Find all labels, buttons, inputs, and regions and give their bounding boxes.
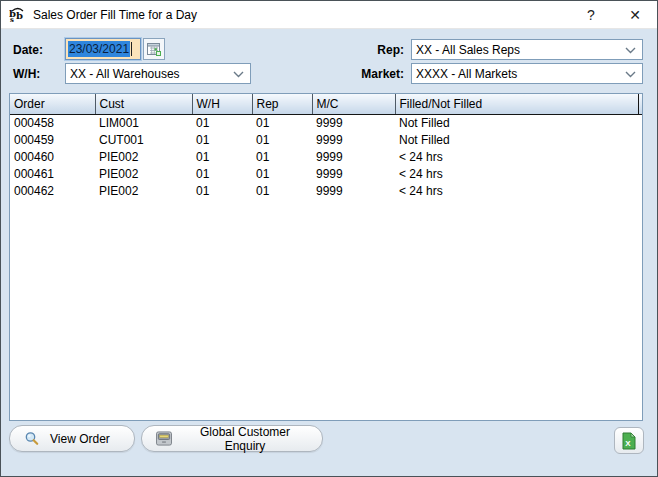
- help-button[interactable]: ?: [569, 1, 613, 29]
- order-cell: 01: [192, 131, 252, 148]
- svg-text:s: s: [10, 15, 14, 23]
- order-cell: 9999: [312, 165, 395, 182]
- rep-select[interactable]: XX - All Sales Reps: [411, 39, 643, 60]
- export-excel-button[interactable]: X: [614, 427, 644, 454]
- order-cell: 01: [192, 165, 252, 182]
- header-row: OrderCustW/HRepM/CFilled/Not Filled: [10, 94, 642, 114]
- order-cell: 9999: [312, 114, 395, 131]
- column-header[interactable]: Order: [10, 94, 95, 114]
- dialog-window: b b s Sales Order Fill Time for a Day ? …: [0, 0, 658, 477]
- app-logo-icon: b b s: [9, 7, 27, 23]
- market-label: Market:: [346, 67, 404, 81]
- order-row[interactable]: 000462PIE00201019999< 24 hrs: [10, 182, 642, 199]
- order-cell: PIE002: [95, 148, 192, 165]
- order-cell: 000460: [10, 148, 95, 165]
- market-value: XXXX - All Markets: [416, 67, 517, 81]
- order-cell: 01: [252, 182, 312, 199]
- column-header[interactable]: Rep: [252, 94, 312, 114]
- rep-label: Rep:: [346, 43, 404, 57]
- order-cell: 000461: [10, 165, 95, 182]
- global-customer-enquiry-label: Global Customer Enquiry: [182, 425, 308, 453]
- warehouse-value: XX - All Warehouses: [70, 67, 180, 81]
- global-customer-enquiry-button[interactable]: Global Customer Enquiry: [141, 425, 323, 452]
- order-cell: 01: [252, 131, 312, 148]
- order-cell: 9999: [312, 148, 395, 165]
- warehouse-label: W/H:: [13, 67, 40, 81]
- order-cell: PIE002: [95, 182, 192, 199]
- card-file-icon: [156, 431, 172, 446]
- order-cell: 01: [192, 148, 252, 165]
- calendar-picker-button[interactable]: [143, 38, 165, 60]
- order-cell: PIE002: [95, 165, 192, 182]
- order-cell: CUT001: [95, 131, 192, 148]
- order-cell: < 24 hrs: [395, 165, 642, 182]
- orders-table: OrderCustW/HRepM/CFilled/Not Filled 0004…: [10, 94, 642, 199]
- chevron-down-icon: [625, 47, 636, 54]
- order-row[interactable]: 000461PIE00201019999< 24 hrs: [10, 165, 642, 182]
- magnifier-icon: [24, 431, 40, 447]
- column-header[interactable]: Cust: [95, 94, 192, 114]
- column-header[interactable]: Filled/Not Filled: [395, 94, 642, 114]
- order-row[interactable]: 000458LIM00101019999Not Filled: [10, 114, 642, 131]
- order-cell: 01: [192, 114, 252, 131]
- warehouse-select[interactable]: XX - All Warehouses: [65, 63, 251, 84]
- text-caret: [131, 42, 132, 56]
- column-header[interactable]: M/C: [312, 94, 395, 114]
- order-cell: 01: [192, 182, 252, 199]
- rep-value: XX - All Sales Reps: [416, 43, 520, 57]
- order-cell: Not Filled: [395, 131, 642, 148]
- market-select[interactable]: XXXX - All Markets: [411, 63, 643, 84]
- close-button[interactable]: ✕: [613, 1, 657, 29]
- date-label: Date:: [13, 43, 43, 57]
- column-header[interactable]: W/H: [192, 94, 252, 114]
- view-order-label: View Order: [50, 432, 110, 446]
- calendar-icon: [147, 42, 161, 56]
- chevron-down-icon: [625, 71, 636, 78]
- order-row[interactable]: 000460PIE00201019999< 24 hrs: [10, 148, 642, 165]
- order-cell: 01: [252, 114, 312, 131]
- orders-grid: OrderCustW/HRepM/CFilled/Not Filled 0004…: [9, 93, 643, 421]
- order-row[interactable]: 000459CUT00101019999Not Filled: [10, 131, 642, 148]
- svg-text:b: b: [16, 10, 23, 21]
- svg-text:X: X: [625, 438, 631, 447]
- order-cell: < 24 hrs: [395, 182, 642, 199]
- excel-icon: X: [621, 432, 637, 450]
- order-cell: Not Filled: [395, 114, 642, 131]
- date-input[interactable]: 23/03/2021: [65, 38, 141, 60]
- chevron-down-icon: [233, 71, 244, 78]
- order-cell: 01: [252, 165, 312, 182]
- window-title: Sales Order Fill Time for a Day: [33, 8, 197, 22]
- order-cell: 01: [252, 148, 312, 165]
- date-control: 23/03/2021: [65, 38, 165, 60]
- titlebar: b b s Sales Order Fill Time for a Day ? …: [1, 1, 657, 29]
- order-cell: 9999: [312, 182, 395, 199]
- order-cell: < 24 hrs: [395, 148, 642, 165]
- order-cell: 000459: [10, 131, 95, 148]
- order-cell: 000458: [10, 114, 95, 131]
- order-cell: 9999: [312, 131, 395, 148]
- order-cell: LIM001: [95, 114, 192, 131]
- date-value: 23/03/2021: [68, 41, 130, 57]
- view-order-button[interactable]: View Order: [9, 425, 135, 452]
- order-cell: 000462: [10, 182, 95, 199]
